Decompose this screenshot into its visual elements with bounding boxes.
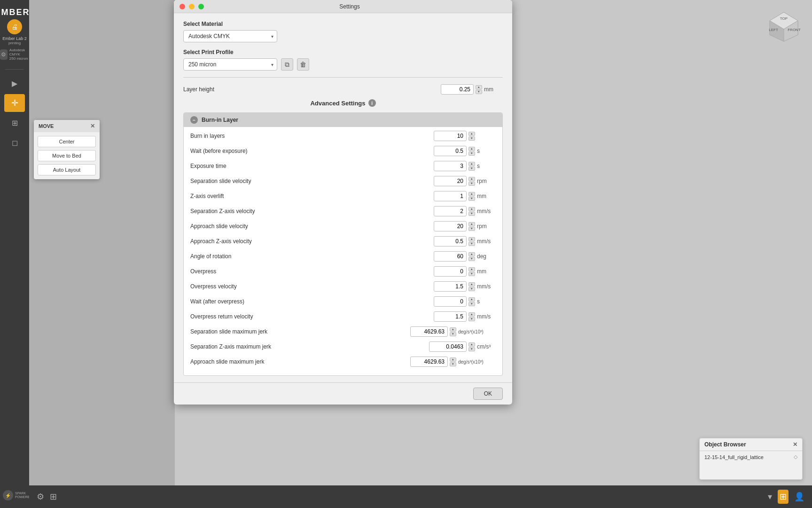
burn-in-label-6: Approach slide velocity [190, 223, 248, 230]
advanced-info-icon[interactable]: i [368, 99, 376, 107]
burn-in-input-11[interactable] [434, 296, 467, 307]
layer-height-row: Layer height ▴ ▾ mm [183, 84, 503, 95]
burn-in-collapse-icon[interactable]: − [190, 116, 198, 124]
unit-12: mm/s [477, 313, 496, 320]
select-profile-label: Select Print Profile [183, 49, 503, 56]
select-material-label: Select Material [183, 21, 503, 27]
spin-up-12[interactable]: ▴ [468, 312, 475, 317]
burn-in-input-7[interactable] [434, 236, 467, 246]
move-panel-close[interactable]: ✕ [90, 123, 95, 129]
layer-height-unit: mm [484, 86, 503, 93]
spin-down-10[interactable]: ▾ [468, 287, 475, 291]
burn-in-input-1[interactable] [434, 146, 467, 156]
spin-up-2[interactable]: ▴ [468, 162, 475, 166]
spin-up-11[interactable]: ▴ [468, 297, 475, 302]
burn-in-input-3[interactable] [434, 176, 467, 186]
spin-up-10[interactable]: ▴ [468, 282, 475, 286]
ok-button[interactable]: OK [473, 388, 503, 400]
burn-in-label-14: Separation Z-axis maximum jerk [190, 343, 271, 350]
auto-layout-button[interactable]: Auto Layout [38, 164, 96, 175]
spin-down-4[interactable]: ▾ [468, 197, 475, 201]
gear-bottom-icon[interactable]: ⚙ [37, 492, 44, 502]
close-button[interactable] [180, 4, 185, 9]
burn-in-label-9: Overpress [190, 268, 216, 275]
spin-up-15[interactable]: ▴ [450, 357, 456, 362]
bottom-bar-left: ⚙ ⊞ [37, 492, 57, 502]
spin-down-15[interactable]: ▾ [450, 362, 456, 366]
spin-up-4[interactable]: ▴ [468, 192, 475, 196]
spin-down-3[interactable]: ▾ [468, 182, 475, 186]
material-select[interactable]: Autodesk CMYK [183, 30, 277, 42]
cursor-tool[interactable]: ▶ [4, 74, 25, 92]
burn-in-label-7: Approach Z-axis velocity [190, 238, 252, 245]
burn-in-field-5: Separation Z-axis velocity▴▾mm/s [190, 206, 496, 216]
burn-in-input-0[interactable] [434, 131, 467, 141]
spin-up-1[interactable]: ▴ [468, 147, 475, 151]
spin-up-14[interactable]: ▴ [468, 342, 475, 347]
move-to-bed-button[interactable]: Move to Bed [38, 150, 96, 161]
move-tool[interactable]: ✛ [4, 94, 25, 112]
spin-down-7[interactable]: ▾ [468, 242, 475, 246]
move-panel: MOVE ✕ Center Move to Bed Auto Layout [34, 120, 100, 179]
spin-down-14[interactable]: ▾ [468, 347, 475, 351]
settings-icon[interactable]: ⚙ [0, 49, 8, 60]
object-browser-close[interactable]: ✕ [793, 441, 797, 448]
spin-down-2[interactable]: ▾ [468, 167, 475, 171]
burn-in-field-0: Burn in layers▴▾ [190, 131, 496, 141]
layer-height-input[interactable] [441, 84, 474, 95]
spin-down-6[interactable]: ▾ [468, 227, 475, 231]
spin-up-6[interactable]: ▴ [468, 222, 475, 226]
burn-in-input-6[interactable] [434, 221, 467, 231]
spin-up-5[interactable]: ▴ [468, 207, 475, 211]
spin-up-13[interactable]: ▴ [450, 327, 456, 332]
erase-tool[interactable]: ◻ [4, 134, 25, 151]
users-icon[interactable]: 👤 [794, 492, 804, 502]
burn-in-input-4[interactable] [434, 191, 467, 201]
chevron-down-icon[interactable]: ▾ [768, 492, 772, 502]
burn-in-input-13[interactable] [410, 326, 448, 337]
unit-11: s [477, 298, 496, 305]
spin-down-5[interactable]: ▾ [468, 212, 475, 216]
spin-up-0[interactable]: ▴ [468, 132, 475, 136]
nav-cube[interactable]: TOP LEFT FRONT [765, 8, 803, 45]
burn-in-input-12[interactable] [434, 311, 467, 322]
grid-tool[interactable]: ⊞ [4, 114, 25, 132]
spin-down-9[interactable]: ▾ [468, 272, 475, 276]
settings-dialog: Settings Select Material Autodesk CMYK ▾… [174, 0, 512, 405]
burn-in-input-8[interactable] [434, 251, 467, 262]
spin-down-1[interactable]: ▾ [468, 151, 475, 156]
spin-up-7[interactable]: ▴ [468, 237, 475, 241]
burn-in-field-15: Approach slide maximum jerk▴▾deg/s³(x10³… [190, 357, 496, 367]
spin-down-11[interactable]: ▾ [468, 302, 475, 306]
burn-in-input-14[interactable] [429, 341, 467, 352]
burn-in-field-8: Angle of rotation▴▾deg [190, 251, 496, 262]
material-section: ⚙ Autodesk CMYK 250 micron [0, 48, 29, 61]
profile-select[interactable]: 250 micron [183, 58, 277, 71]
burn-in-label-4: Z-axis overlift [190, 193, 224, 199]
spin-down-0[interactable]: ▾ [468, 136, 475, 141]
burn-in-input-5[interactable] [434, 206, 467, 216]
spin-up-9[interactable]: ▴ [468, 267, 475, 271]
center-button[interactable]: Center [38, 136, 96, 147]
burn-in-input-9[interactable] [434, 266, 467, 277]
layout-icon[interactable]: ⊞ [778, 490, 789, 504]
object-mesh-icon: ◇ [794, 454, 797, 460]
delete-profile-button[interactable]: 🗑 [297, 58, 309, 71]
spin-down-12[interactable]: ▾ [468, 317, 475, 321]
spin-up-8[interactable]: ▴ [468, 252, 475, 256]
ob-item[interactable]: 12-15-14_full_rigid_lattice◇ [700, 451, 802, 463]
spin-up-3[interactable]: ▴ [468, 177, 475, 181]
grid-bottom-icon[interactable]: ⊞ [50, 492, 57, 502]
layer-height-down[interactable]: ▾ [476, 90, 482, 94]
spin-down-13[interactable]: ▾ [450, 332, 456, 336]
printer-icon[interactable]: 🖨 [7, 19, 22, 34]
spin-down-8[interactable]: ▾ [468, 257, 475, 261]
object-browser-header: Object Browser ✕ [700, 438, 802, 451]
burn-in-input-15[interactable] [410, 357, 448, 367]
burn-in-label-3: Separation slide velocity [190, 178, 251, 184]
profile-select-wrapper: 250 micron ▾ [183, 58, 277, 71]
burn-in-input-10[interactable] [434, 281, 467, 292]
copy-profile-button[interactable]: ⧉ [281, 58, 293, 71]
burn-in-input-2[interactable] [434, 161, 467, 171]
layer-height-up[interactable]: ▴ [476, 85, 482, 89]
